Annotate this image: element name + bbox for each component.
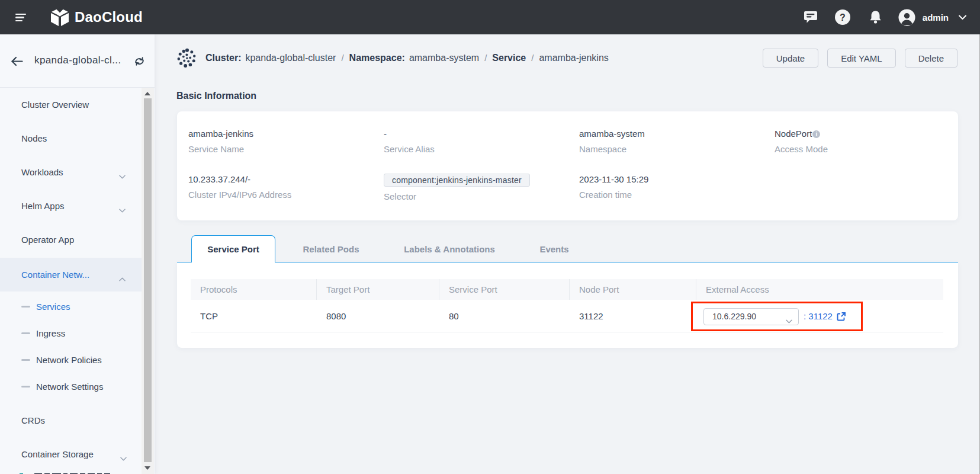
cell-protocol: TCP — [191, 300, 317, 332]
refresh-icon[interactable] — [134, 56, 145, 69]
cluster-dots-icon — [176, 48, 198, 68]
field-service-alias: - Service Alias — [384, 128, 435, 155]
tab-service-port[interactable]: Service Port — [191, 235, 275, 262]
sidebar-item-container-network[interactable]: Container Netw... — [0, 258, 142, 292]
table-row: TCP 8080 80 31122 10.6.229.90 : 31122 — [191, 300, 943, 332]
basic-information-title: Basic Information — [176, 91, 256, 101]
tab-related-pods[interactable]: Related Pods — [285, 235, 377, 262]
breadcrumb-resource-type[interactable]: Service — [492, 53, 526, 63]
menu-toggle-icon[interactable] — [15, 14, 26, 21]
sidebar-menu: Cluster Overview Nodes Workloads Helm Ap… — [0, 88, 142, 471]
field-service-name: amamba-jenkins Service Name — [188, 128, 253, 155]
tab-bar: Service Port Related Pods Labels & Annot… — [177, 235, 958, 262]
delete-button[interactable]: Delete — [905, 49, 957, 68]
sidebar-item-network-policies[interactable]: Network Policies — [0, 347, 142, 373]
select-chevron-down-icon — [786, 315, 792, 326]
service-port-table: Protocols Target Port Service Port Node … — [191, 279, 943, 332]
external-access-highlight: 10.6.229.90 : 31122 — [691, 302, 863, 331]
action-buttons: Update Edit YAML Delete — [763, 49, 957, 68]
field-selector: component:jenkins-jenkins-master Selecto… — [384, 174, 530, 203]
sidebar-header: kpanda-global-cl... — [0, 34, 155, 88]
cluster-name[interactable]: kpanda-global-cl... — [34, 55, 121, 66]
selector-tag: component:jenkins-jenkins-master — [384, 174, 530, 187]
clipped-menu-item — [0, 472, 142, 474]
scroll-down-arrow[interactable] — [144, 466, 150, 470]
breadcrumb-resource-name: amamba-jenkins — [539, 53, 608, 63]
avatar[interactable] — [898, 9, 915, 26]
tab-labels-annotations[interactable]: Labels & Annotations — [385, 235, 513, 262]
user-name[interactable]: admin — [923, 12, 949, 23]
sidebar-item-helm-apps[interactable]: Helm Apps — [0, 189, 142, 223]
scrollbar-thumb[interactable] — [144, 98, 152, 462]
cell-node-port: 31122 — [570, 300, 696, 332]
sidebar-item-network-settings[interactable]: Network Settings — [0, 373, 142, 400]
chevron-down-icon — [120, 453, 127, 463]
sidebar: kpanda-global-cl... Cluster Overview Nod… — [0, 34, 155, 474]
chevron-up-icon — [119, 273, 126, 283]
sidebar-item-services[interactable]: Services — [0, 293, 142, 320]
breadcrumb: Cluster: kpanda-global-cluster / Namespa… — [176, 47, 609, 68]
sidebar-item-operator-app[interactable]: Operator App — [0, 223, 142, 257]
field-cluster-ip: 10.233.37.244/- Cluster IPv4/IPv6 Addres… — [188, 174, 291, 201]
breadcrumb-cluster-key: Cluster: — [205, 53, 241, 63]
sidebar-scrollbar[interactable] — [142, 88, 154, 474]
service-port-card: Protocols Target Port Service Port Node … — [177, 262, 958, 348]
dash-icon — [21, 332, 30, 335]
topbar: DaoCloud ? — [0, 0, 980, 34]
notifications-bell-icon[interactable] — [868, 10, 883, 24]
external-port-link[interactable]: : 31122 — [804, 302, 833, 331]
sidebar-item-cluster-overview[interactable]: Cluster Overview — [0, 88, 142, 121]
edit-yaml-button[interactable]: Edit YAML — [827, 49, 895, 68]
user-chevron-down-icon[interactable] — [959, 15, 966, 20]
update-button[interactable]: Update — [763, 49, 818, 68]
external-ip-select[interactable]: 10.6.229.90 — [703, 308, 799, 325]
daocloud-logo-icon — [50, 7, 70, 27]
sidebar-item-ingress[interactable]: Ingress — [0, 320, 142, 347]
basic-information-card: amamba-jenkins Service Name - Service Al… — [177, 111, 958, 220]
main-content: Cluster: kpanda-global-cluster / Namespa… — [155, 34, 980, 474]
dash-icon — [21, 306, 30, 308]
table-header: Protocols Target Port Service Port Node … — [191, 279, 943, 300]
chat-icon[interactable] — [804, 11, 818, 24]
scroll-up-arrow[interactable] — [144, 92, 150, 95]
dash-icon — [21, 359, 30, 361]
sidebar-item-crds[interactable]: CRDs — [0, 403, 142, 437]
dash-icon — [21, 386, 30, 388]
sidebar-item-container-storage[interactable]: Container Storage — [0, 437, 142, 471]
back-arrow-icon[interactable] — [11, 56, 23, 69]
tab-events[interactable]: Events — [524, 235, 584, 262]
breadcrumb-namespace-value[interactable]: amamba-system — [409, 53, 479, 63]
chevron-down-icon — [119, 171, 126, 181]
breadcrumb-cluster-value[interactable]: kpanda-global-cluster — [245, 53, 336, 63]
chevron-down-icon — [119, 204, 126, 214]
field-namespace: amamba-system Namespace — [579, 128, 645, 155]
help-icon[interactable]: ? — [835, 9, 850, 25]
breadcrumb-namespace-key: Namespace: — [349, 53, 405, 63]
external-link-icon[interactable] — [836, 312, 846, 322]
info-icon[interactable]: i — [812, 130, 820, 138]
cell-target-port: 8080 — [317, 300, 439, 332]
brand[interactable]: DaoCloud — [50, 0, 143, 34]
field-creation-time: 2023-11-30 15:29 Creation time — [579, 174, 648, 201]
svg-text:?: ? — [840, 12, 846, 23]
sidebar-item-nodes[interactable]: Nodes — [0, 121, 142, 155]
brand-name: DaoCloud — [75, 9, 143, 25]
field-access-mode: NodePorti Access Mode — [775, 128, 828, 155]
sidebar-item-workloads[interactable]: Workloads — [0, 155, 142, 189]
cell-service-port: 80 — [439, 300, 570, 332]
